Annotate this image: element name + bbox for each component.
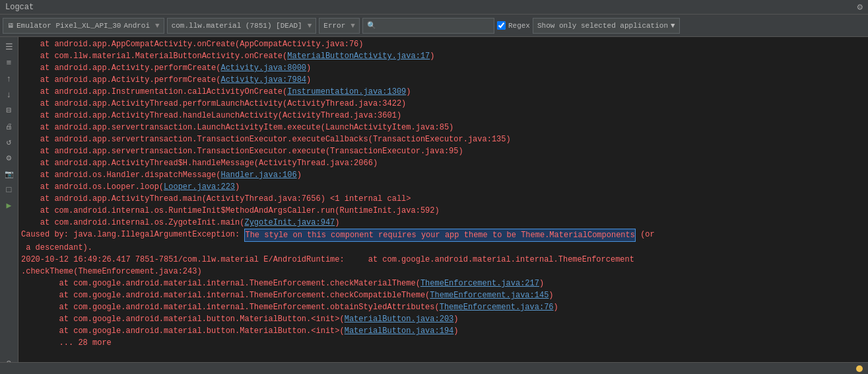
show-selected-dropdown[interactable]: Show only selected application ▼ <box>533 18 680 34</box>
camera-icon[interactable]: 📷 <box>2 167 17 181</box>
regex-checkbox-label[interactable]: Regex <box>497 21 530 30</box>
settings-sidebar-icon[interactable]: ⚙ <box>2 151 17 165</box>
highlighted-error-text: The style on this component requires you… <box>244 229 636 242</box>
log-line: at android.app.ActivityThread$H.handleMe… <box>18 157 868 169</box>
refresh-icon[interactable]: ↺ <box>2 135 17 149</box>
log-line: at android.app.servertransaction.LaunchA… <box>18 122 868 133</box>
log-link[interactable]: ZygoteInit.java:947 <box>244 217 335 229</box>
format-icon[interactable]: ≡ <box>2 56 17 70</box>
log-line: at android.os.Handler.dispatchMessage(Ha… <box>18 169 868 181</box>
main-layout: ☰ ≡ ↑ ↓ ⊟ 🖨 ↺ ⚙ 📷 □ ▶ ? at android.app.A… <box>0 37 868 374</box>
log-line: at android.app.ActivityThread.handleLaun… <box>18 110 868 122</box>
log-line: at android.app.Activity.performCreate(Ac… <box>18 74 868 86</box>
search-input[interactable] <box>379 22 490 30</box>
log-line: at android.app.ActivityThread.main(Activ… <box>18 193 868 205</box>
log-line: Caused by: java.lang.IllegalArgumentExce… <box>18 229 868 242</box>
log-line: at android.app.Activity.performCreate(Ac… <box>18 62 868 74</box>
log-level-dropdown[interactable]: Error ▼ <box>319 18 360 34</box>
log-level-arrow: ▼ <box>351 22 355 30</box>
log-line: at android.app.servertransaction.Transac… <box>18 133 868 145</box>
log-line: at android.app.ActivityThread.performLau… <box>18 98 868 110</box>
log-line: at com.llw.material.MaterialButtonActivi… <box>18 50 868 62</box>
square-icon[interactable]: □ <box>2 182 17 197</box>
bottom-bar <box>0 362 868 374</box>
log-line: at android.app.servertransaction.Transac… <box>18 145 868 157</box>
app-title: Logcat <box>5 3 34 12</box>
log-link[interactable]: ThemeEnforcement.java:145 <box>430 289 549 301</box>
log-link[interactable]: MaterialButton.java:194 <box>345 325 454 337</box>
scroll-icon[interactable]: ☰ <box>2 40 17 54</box>
play-icon[interactable]: ▶ <box>2 198 17 213</box>
process-dropdown[interactable]: com.llw.material (7851) [DEAD] ▼ <box>167 18 317 34</box>
toolbar: 🖥 Emulator Pixel_XL_API_30 Androi ▼ com.… <box>0 15 868 37</box>
log-line: at com.google.android.material.internal.… <box>18 301 868 313</box>
filter-icon[interactable]: ⊟ <box>2 103 17 118</box>
log-area[interactable]: at android.app.AppCompatActivity.onCreat… <box>18 37 868 374</box>
log-line: at com.android.internal.os.ZygoteInit.ma… <box>18 217 868 229</box>
up-icon[interactable]: ↑ <box>2 71 17 86</box>
log-line: at android.app.Instrumentation.callActiv… <box>18 86 868 98</box>
log-line: 2020-10-12 16:49:26.417 7851-7851/com.ll… <box>18 254 868 278</box>
log-line: at com.google.android.material.internal.… <box>18 278 868 289</box>
print-icon[interactable]: 🖨 <box>2 119 17 133</box>
log-link[interactable]: Activity.java:8000 <box>220 62 306 74</box>
search-box[interactable]: 🔍 <box>362 18 494 34</box>
log-link[interactable]: Instrumentation.java:1309 <box>287 86 406 98</box>
log-line: at com.google.android.material.button.Ma… <box>18 325 868 337</box>
emulator-dropdown[interactable]: 🖥 Emulator Pixel_XL_API_30 Androi ▼ <box>3 18 164 34</box>
log-line: a descendant). <box>18 242 868 254</box>
emulator-dropdown-arrow: ▼ <box>155 22 160 30</box>
log-link[interactable]: Activity.java:7984 <box>220 74 306 86</box>
log-link[interactable]: ThemeEnforcement.java:217 <box>420 278 539 289</box>
down-icon[interactable]: ↓ <box>2 87 17 102</box>
log-link[interactable]: ThemeEnforcement.java:76 <box>440 301 554 313</box>
log-line: at com.android.internal.os.RuntimeInit$M… <box>18 205 868 217</box>
sidebar: ☰ ≡ ↑ ↓ ⊟ 🖨 ↺ ⚙ 📷 □ ▶ ? <box>0 37 18 374</box>
regex-checkbox[interactable] <box>497 21 506 30</box>
search-icon: 🔍 <box>367 21 376 30</box>
log-link[interactable]: Handler.java:106 <box>220 169 296 181</box>
log-link[interactable]: MaterialButton.java:203 <box>345 313 454 325</box>
title-bar: Logcat ⚙ <box>0 0 868 15</box>
log-line: at android.app.AppCompatActivity.onCreat… <box>18 38 868 50</box>
log-line: at android.os.Looper.loop(Looper.java:22… <box>18 181 868 193</box>
log-line: at com.google.android.material.internal.… <box>18 289 868 301</box>
status-dot[interactable] <box>856 365 863 372</box>
settings-gear-icon[interactable]: ⚙ <box>857 1 863 13</box>
process-dropdown-arrow: ▼ <box>308 22 312 30</box>
show-selected-arrow: ▼ <box>671 22 675 30</box>
log-link[interactable]: Looper.java:223 <box>164 181 235 193</box>
log-link[interactable]: MaterialButtonActivity.java:17 <box>287 50 430 62</box>
log-line: at com.google.android.material.button.Ma… <box>18 313 868 325</box>
log-line: ... 28 more <box>18 337 868 349</box>
